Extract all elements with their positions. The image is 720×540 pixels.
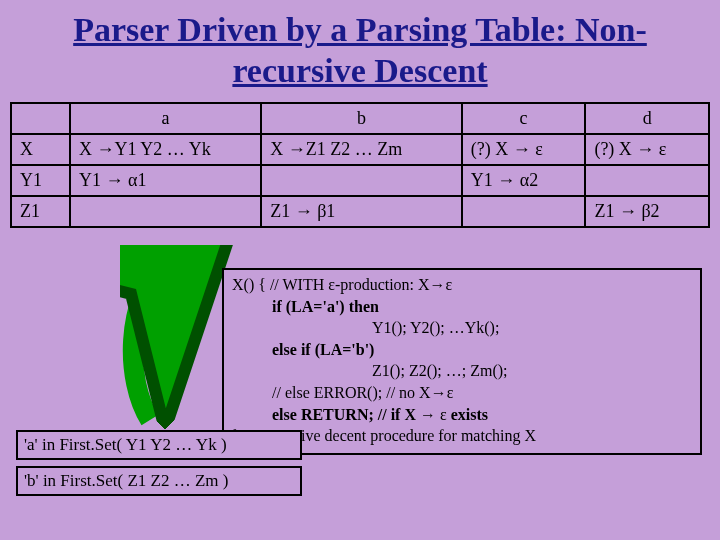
slide-title: Parser Driven by a Parsing Table: Non-re… — [0, 0, 720, 96]
code-line: Y1(); Y2(); …Yk(); — [372, 317, 692, 339]
table-row: Z1 Z1 → β1 Z1 → β2 — [11, 196, 709, 227]
cell: Y1 → α1 — [70, 165, 261, 196]
code-fragment: else RETURN; // if X — [272, 406, 420, 423]
cell: Z1 → β2 — [585, 196, 709, 227]
parsing-table-wrap: a b c d X X →Y1 Y2 … Yk X →Z1 Z2 … Zm (?… — [10, 102, 710, 228]
cell — [70, 196, 261, 227]
cell: X →Y1 Y2 … Yk — [70, 134, 261, 165]
code-line: X() { // WITH ε-production: X→ε — [232, 274, 692, 296]
first-set-b-box: 'b' in First.Set( Z1 Z2 … Zm ) — [16, 466, 302, 496]
cell — [462, 196, 586, 227]
col-header-c: c — [462, 103, 586, 134]
cell — [261, 165, 462, 196]
cell — [585, 165, 709, 196]
cell: Z1 → β1 — [261, 196, 462, 227]
table-row: X X →Y1 Y2 … Yk X →Z1 Z2 … Zm (?) X → ε … — [11, 134, 709, 165]
row-header-X: X — [11, 134, 70, 165]
first-set-a-box: 'a' in First.Set( Y1 Y2 … Yk ) — [16, 430, 302, 460]
pseudocode-box: X() { // WITH ε-production: X→ε if (LA='… — [222, 268, 702, 455]
code-fragment: → ε — [420, 406, 447, 423]
code-line: else if (LA='b') — [272, 339, 692, 361]
col-header-b: b — [261, 103, 462, 134]
cell: (?) X → ε — [462, 134, 586, 165]
code-line: if (LA='a') then — [272, 296, 692, 318]
cell: Y1 → α2 — [462, 165, 586, 196]
parsing-table: a b c d X X →Y1 Y2 … Yk X →Z1 Z2 … Zm (?… — [10, 102, 710, 228]
col-header-a: a — [70, 103, 261, 134]
cell: (?) X → ε — [585, 134, 709, 165]
code-fragment: exists — [447, 406, 488, 423]
cell: X →Z1 Z2 … Zm — [261, 134, 462, 165]
table-header-row: a b c d — [11, 103, 709, 134]
row-header-Z1: Z1 — [11, 196, 70, 227]
table-row: Y1 Y1 → α1 Y1 → α2 — [11, 165, 709, 196]
code-line: Z1(); Z2(); …; Zm(); — [372, 360, 692, 382]
col-header-blank — [11, 103, 70, 134]
code-line: else RETURN; // if X → ε exists — [272, 404, 692, 426]
code-line: // else ERROR(); // no X→ε — [272, 382, 692, 404]
col-header-d: d — [585, 103, 709, 134]
row-header-Y1: Y1 — [11, 165, 70, 196]
